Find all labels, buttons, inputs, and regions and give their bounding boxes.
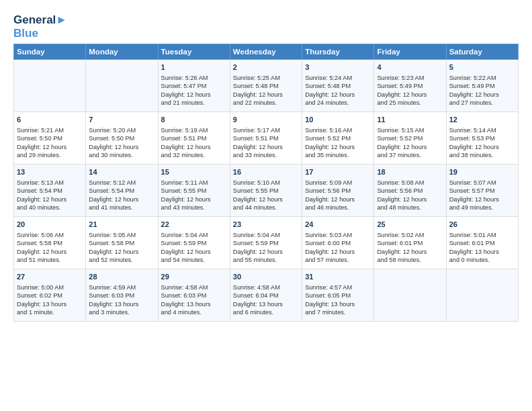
cell-line: Sunrise: 5:06 AM [17, 231, 83, 239]
cell-line: and 29 minutes. [17, 151, 83, 159]
day-number: 24 [305, 220, 371, 230]
cell-line: and 38 minutes. [449, 151, 515, 159]
cell-line: Sunset: 5:57 PM [449, 187, 515, 195]
cell-line: and 57 minutes. [305, 256, 371, 264]
cell-line: Sunset: 5:55 PM [161, 187, 227, 195]
cell-line: Sunrise: 5:21 AM [17, 126, 83, 134]
day-number: 5 [449, 62, 515, 73]
cell-line: Sunrise: 4:58 AM [233, 283, 299, 291]
cell-line: Sunset: 5:56 PM [377, 187, 443, 195]
cell-line: Sunset: 5:50 PM [17, 134, 83, 142]
cell-line: Sunset: 6:02 PM [17, 291, 83, 300]
calendar-cell: 7Sunrise: 5:20 AMSunset: 5:50 PMDaylight… [86, 112, 158, 165]
cell-line: Sunset: 6:01 PM [449, 239, 515, 247]
cell-line: and 3 minutes. [89, 308, 154, 316]
cell-line: Daylight: 12 hours [161, 91, 227, 99]
cell-line: Sunrise: 5:00 AM [17, 283, 83, 291]
day-number: 29 [161, 272, 227, 282]
cell-line: Sunset: 5:48 PM [233, 82, 299, 90]
cell-line: Sunset: 5:49 PM [377, 82, 443, 90]
cell-line: and 1 minute. [17, 308, 83, 316]
cell-line: Sunrise: 5:10 AM [233, 179, 299, 187]
day-number: 21 [89, 220, 154, 230]
day-number: 3 [305, 62, 371, 73]
cell-line: Sunrise: 5:08 AM [377, 179, 443, 187]
cell-line: Sunrise: 5:23 AM [377, 74, 443, 82]
cell-line: Daylight: 12 hours [161, 143, 227, 151]
calendar-cell: 5Sunrise: 5:22 AMSunset: 5:49 PMDaylight… [446, 60, 518, 112]
calendar-cell: 4Sunrise: 5:23 AMSunset: 5:49 PMDaylight… [374, 60, 446, 112]
cell-line: Sunrise: 4:58 AM [161, 283, 227, 291]
day-number: 27 [17, 272, 83, 282]
day-number: 23 [233, 220, 299, 230]
cell-line: and 7 minutes. [305, 308, 371, 316]
cell-line: and 0 minutes. [449, 256, 515, 264]
cell-line: Sunrise: 5:25 AM [233, 74, 299, 82]
cell-line: Daylight: 12 hours [233, 248, 299, 256]
cell-line: Daylight: 13 hours [161, 300, 227, 308]
cell-line: Sunrise: 5:02 AM [377, 231, 443, 239]
cell-line: Sunset: 5:47 PM [161, 82, 227, 90]
cell-line: Sunset: 6:00 PM [305, 239, 371, 247]
calendar-cell: 12Sunrise: 5:14 AMSunset: 5:53 PMDayligh… [446, 112, 518, 165]
week-row-3: 20Sunrise: 5:06 AMSunset: 5:58 PMDayligh… [14, 217, 519, 269]
calendar-cell: 14Sunrise: 5:12 AMSunset: 5:54 PMDayligh… [86, 165, 158, 217]
cell-line: and 58 minutes. [377, 256, 443, 264]
cell-line: and 49 minutes. [449, 203, 515, 212]
day-number: 6 [17, 115, 83, 125]
cell-line: and 54 minutes. [161, 256, 227, 264]
day-number: 1 [161, 62, 227, 73]
day-number: 13 [17, 167, 83, 177]
cell-line: Sunset: 5:49 PM [449, 82, 515, 90]
cell-line: Sunset: 5:52 PM [377, 134, 443, 142]
calendar-cell: 2Sunrise: 5:25 AMSunset: 5:48 PMDaylight… [230, 60, 302, 112]
day-number: 18 [377, 167, 443, 177]
cell-line: Daylight: 12 hours [377, 195, 443, 203]
cell-line: and 43 minutes. [161, 203, 227, 212]
cell-line: Daylight: 13 hours [449, 248, 515, 256]
cell-line: and 32 minutes. [161, 151, 227, 159]
cell-line: Sunset: 5:55 PM [233, 187, 299, 195]
col-header-saturday: Saturday [446, 44, 518, 60]
calendar-cell: 21Sunrise: 5:05 AMSunset: 5:58 PMDayligh… [86, 217, 158, 269]
day-number: 14 [89, 167, 154, 177]
cell-line: and 30 minutes. [89, 151, 154, 159]
cell-line: Sunset: 6:03 PM [89, 291, 154, 300]
cell-line: Sunset: 5:58 PM [89, 239, 154, 247]
day-number: 30 [233, 272, 299, 282]
cell-line: Daylight: 12 hours [233, 91, 299, 99]
calendar-cell: 17Sunrise: 5:09 AMSunset: 5:56 PMDayligh… [302, 165, 374, 217]
cell-line: and 44 minutes. [233, 203, 299, 212]
cell-line: Daylight: 12 hours [377, 143, 443, 151]
cell-line: Sunrise: 5:16 AM [305, 126, 371, 134]
cell-line: Daylight: 12 hours [233, 143, 299, 151]
col-header-wednesday: Wednesday [230, 44, 302, 60]
cell-line: Sunrise: 5:07 AM [449, 179, 515, 187]
cell-line: Sunrise: 5:24 AM [305, 74, 371, 82]
calendar-cell: 16Sunrise: 5:10 AMSunset: 5:55 PMDayligh… [230, 165, 302, 217]
cell-line: Sunrise: 5:26 AM [161, 74, 227, 82]
cell-line: Daylight: 12 hours [305, 248, 371, 256]
cell-line: and 33 minutes. [233, 151, 299, 159]
cell-line: Daylight: 12 hours [89, 143, 154, 151]
cell-line: Daylight: 13 hours [233, 300, 299, 308]
cell-line: Sunset: 6:05 PM [305, 291, 371, 300]
cell-line: Sunset: 5:48 PM [305, 82, 371, 90]
day-number: 15 [161, 167, 227, 177]
calendar-cell: 20Sunrise: 5:06 AMSunset: 5:58 PMDayligh… [14, 217, 86, 269]
cell-line: Sunrise: 5:12 AM [89, 179, 154, 187]
cell-line: Sunset: 5:54 PM [89, 187, 154, 195]
cell-line: and 4 minutes. [161, 308, 227, 316]
cell-line: Sunrise: 5:01 AM [449, 231, 515, 239]
calendar-cell [374, 269, 446, 322]
cell-line: Daylight: 12 hours [89, 248, 154, 256]
calendar-cell: 27Sunrise: 5:00 AMSunset: 6:02 PMDayligh… [14, 269, 86, 322]
calendar-cell: 24Sunrise: 5:03 AMSunset: 6:00 PMDayligh… [302, 217, 374, 269]
week-row-0: 1Sunrise: 5:26 AMSunset: 5:47 PMDaylight… [14, 60, 519, 112]
day-number: 9 [233, 115, 299, 125]
calendar-cell: 1Sunrise: 5:26 AMSunset: 5:47 PMDaylight… [158, 60, 230, 112]
col-header-thursday: Thursday [302, 44, 374, 60]
cell-line: Sunrise: 5:09 AM [305, 179, 371, 187]
day-number: 22 [161, 220, 227, 230]
cell-line: Daylight: 12 hours [449, 195, 515, 203]
